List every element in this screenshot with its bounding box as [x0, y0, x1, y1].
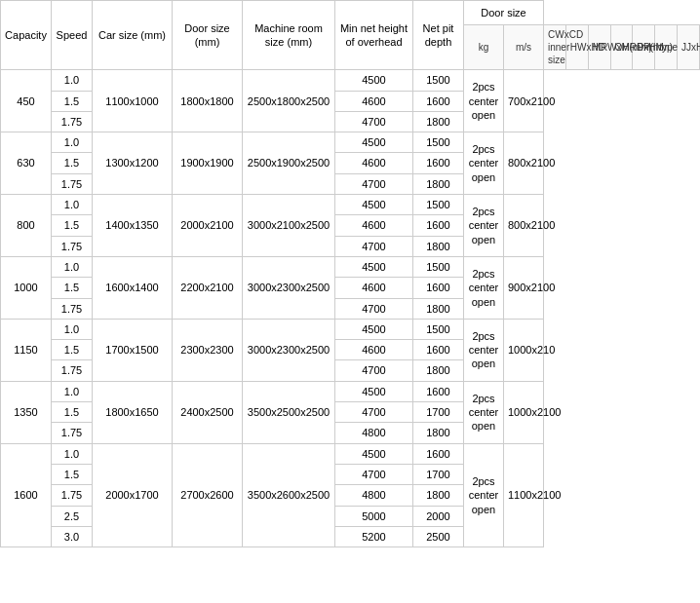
cell-pp: 1700	[413, 464, 464, 484]
cell-oh: 4600	[335, 215, 413, 236]
cell-door-type: 2pcs center open	[464, 381, 504, 443]
cell-pp: 1800	[413, 485, 464, 506]
cell-capacity: 1350	[1, 381, 52, 443]
cell-car-size: 1700x1500	[93, 319, 173, 381]
cell-pp: 1800	[413, 111, 464, 132]
cell-door-size: 1900x1900	[173, 132, 243, 195]
table-row: 11501.01700x15002300x23003000x2300x25004…	[1, 319, 700, 339]
table-row: 8001.01400x13502000x21003000x2100x250045…	[1, 195, 700, 215]
cell-oh: 4700	[335, 111, 413, 132]
cell-door-jjxhh: 800x2100	[504, 132, 544, 195]
cell-pp: 1600	[413, 340, 464, 360]
cell-oh: 4500	[335, 443, 413, 464]
header-net-pit: Net pit depth	[413, 1, 464, 70]
table-row: 6301.01300x12001900x19002500x1900x250045…	[1, 132, 700, 153]
cell-speed: 1.75	[52, 360, 93, 381]
cell-door-jjxhh: 700x2100	[504, 70, 544, 132]
cell-speed: 1.0	[52, 319, 93, 339]
cell-pp: 1600	[413, 153, 464, 173]
cell-speed: 3.0	[52, 526, 93, 546]
cell-door-type: 2pcs center open	[464, 443, 504, 546]
cell-speed: 1.75	[52, 298, 93, 319]
cell-door-jjxhh: 800x2100	[504, 195, 544, 257]
header-door-size-label: Door size	[464, 1, 544, 25]
cell-car-size: 1600x1400	[93, 256, 173, 319]
cell-pp: 1800	[413, 423, 464, 443]
cell-door-size: 1800x1800	[173, 70, 243, 132]
cell-pp: 1800	[413, 298, 464, 319]
cell-speed: 1.0	[52, 443, 93, 464]
cell-speed: 1.5	[52, 91, 93, 111]
cell-oh: 4500	[335, 256, 413, 277]
cell-speed: 1.75	[52, 423, 93, 443]
specs-table: Capacity Speed Car size (mm) Door size (…	[0, 0, 700, 547]
cell-oh: 4700	[335, 173, 413, 194]
cell-capacity: 450	[1, 70, 52, 132]
cell-oh: 4600	[335, 153, 413, 173]
cell-capacity: 800	[1, 195, 52, 257]
cell-speed: 1.5	[52, 464, 93, 484]
cell-pp: 1600	[413, 278, 464, 298]
cell-speed: 2.5	[52, 506, 93, 526]
cell-pp: 1500	[413, 256, 464, 277]
cell-machine-room: 2500x1900x2500	[243, 132, 335, 195]
cell-speed: 1.5	[52, 215, 93, 236]
cell-pp: 1800	[413, 173, 464, 194]
cell-speed: 1.5	[52, 153, 93, 173]
subheader-speed: m/s	[504, 25, 544, 70]
cell-door-size: 2000x2100	[173, 195, 243, 257]
cell-oh: 4700	[335, 298, 413, 319]
table-row: 13501.01800x16502400x25003500x2500x25004…	[1, 381, 700, 401]
cell-oh: 4500	[335, 381, 413, 401]
cell-oh: 4500	[335, 70, 413, 91]
cell-pp: 2500	[413, 526, 464, 546]
cell-oh: 5200	[335, 526, 413, 546]
cell-speed: 1.0	[52, 256, 93, 277]
subheader-car: CWxCD inner size	[544, 25, 566, 70]
cell-pp: 1800	[413, 360, 464, 381]
cell-machine-room: 3500x2500x2500	[243, 381, 335, 443]
cell-speed: 1.5	[52, 278, 93, 298]
cell-machine-room: 3500x2600x2500	[243, 443, 335, 546]
cell-machine-room: 2500x1800x2500	[243, 70, 335, 132]
cell-oh: 4500	[335, 195, 413, 215]
cell-oh: 4600	[335, 340, 413, 360]
cell-speed: 1.75	[52, 173, 93, 194]
cell-door-size: 2300x2300	[173, 319, 243, 381]
subheader-capacity: kg	[464, 25, 504, 70]
cell-pp: 1500	[413, 195, 464, 215]
header-row: Capacity Speed Car size (mm) Door size (…	[1, 1, 700, 25]
cell-door-size: 2200x2100	[173, 256, 243, 319]
header-machine-room: Machine room size (mm)	[243, 1, 335, 70]
cell-door-size: 2700x2600	[173, 443, 243, 546]
cell-pp: 1600	[413, 381, 464, 401]
cell-oh: 4600	[335, 91, 413, 111]
cell-speed: 1.5	[52, 340, 93, 360]
cell-machine-room: 3000x2300x2500	[243, 319, 335, 381]
cell-door-jjxhh: 1000x2100	[504, 381, 544, 443]
cell-speed: 1.0	[52, 381, 93, 401]
cell-pp: 1600	[413, 215, 464, 236]
cell-pp: 1600	[413, 443, 464, 464]
header-car-size: Car size (mm)	[93, 1, 173, 70]
cell-door-jjxhh: 1100x2100	[504, 443, 544, 546]
table-body: 4501.01100x10001800x18002500x1800x250045…	[1, 70, 700, 547]
cell-pp: 1500	[413, 319, 464, 339]
cell-pp: 1700	[413, 402, 464, 423]
cell-oh: 4600	[335, 278, 413, 298]
cell-car-size: 1800x1650	[93, 381, 173, 443]
cell-capacity: 1150	[1, 319, 52, 381]
cell-speed: 1.5	[52, 402, 93, 423]
cell-oh: 4800	[335, 485, 413, 506]
cell-capacity: 1600	[1, 443, 52, 546]
cell-oh: 4500	[335, 319, 413, 339]
header-speed: Speed	[52, 1, 93, 70]
cell-door-type: 2pcs center open	[464, 256, 504, 319]
header-capacity: Capacity	[1, 1, 52, 70]
cell-car-size: 2000x1700	[93, 443, 173, 546]
cell-speed: 1.0	[52, 70, 93, 91]
cell-speed: 1.0	[52, 132, 93, 153]
cell-oh: 4700	[335, 360, 413, 381]
cell-oh: 4800	[335, 423, 413, 443]
cell-door-size: 2400x2500	[173, 381, 243, 443]
